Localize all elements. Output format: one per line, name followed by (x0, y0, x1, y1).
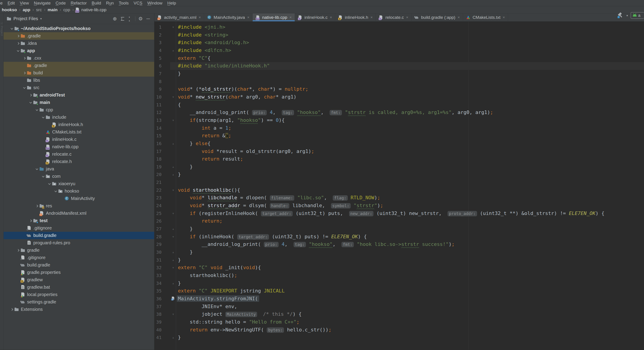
tree-item-cmakelists.txt[interactable]: CMakeLists.txt (4, 128, 154, 136)
code-line-6[interactable]: 6#include "include/inlineHook.h" (154, 62, 644, 70)
code-line-33[interactable]: 33 starthooklibc(); (154, 272, 644, 279)
tree-item-hookso[interactable]: hookso (4, 187, 154, 195)
code-line-41[interactable]: 41▵} (154, 334, 644, 341)
close-icon[interactable]: × (370, 15, 373, 20)
fold-marker-icon[interactable]: ▵ (169, 47, 178, 55)
jni-method-gutter-icon[interactable]: J (169, 295, 178, 303)
code-line-27[interactable]: 27▵ } (154, 225, 644, 233)
tree-item-androidtest[interactable]: androidTest (4, 91, 154, 99)
close-icon[interactable]: × (458, 15, 460, 20)
tree-item-res[interactable]: res (4, 202, 154, 210)
breadcrumb-item-main[interactable]: main (47, 8, 58, 12)
code-line-25[interactable]: 25▿ if (registerInlineHook( target_addr:… (154, 210, 644, 217)
tree-item-.idea[interactable]: .idea (4, 40, 154, 47)
code-line-8[interactable]: 8 (154, 78, 644, 86)
menu-item-run[interactable]: Run (104, 1, 116, 6)
tree-toggle-icon[interactable] (16, 43, 20, 44)
tree-toggle-icon[interactable] (28, 102, 33, 104)
tree-item-settings.gradle[interactable]: settings.gradle (4, 298, 154, 306)
settings-gear-icon[interactable]: ⚙ (137, 16, 144, 22)
run-configuration-box[interactable]: a (630, 12, 644, 19)
tree-item-app[interactable]: app (4, 47, 154, 55)
tree-toggle-icon[interactable] (22, 57, 27, 59)
code-line-13[interactable]: 13▿ if(strcmp(arg1, "hookso") == 0){ (154, 116, 644, 124)
code-line-18[interactable]: 18 return result; (154, 155, 644, 163)
code-line-23[interactable]: 23 void* libchandle = dlopen( filename: … (154, 194, 644, 202)
tree-item-com[interactable]: com (4, 173, 154, 180)
tree-item-main[interactable]: main (4, 99, 154, 106)
tab-activity-main.xml[interactable]: <>activity_main.xml× (154, 14, 204, 21)
fold-marker-icon[interactable]: ▿ (169, 186, 178, 194)
tree-toggle-icon[interactable] (53, 190, 58, 192)
code-line-35[interactable]: 35extern "C" JNIEXPORT jstring JNICALL (154, 287, 644, 295)
code-line-19[interactable]: 19▵ } (154, 163, 644, 171)
breadcrumb-item-app[interactable]: app (22, 8, 31, 12)
tree-item-gradlew.bat[interactable]: gradlew.bat (4, 283, 154, 291)
tab-inlinehook.h[interactable]: HinlineHook.h× (335, 14, 376, 21)
fold-marker-icon[interactable]: ▿ (169, 264, 178, 272)
tree-item-xiaoeryu[interactable]: xiaoeryu (4, 180, 154, 187)
collapse-all-button[interactable] (126, 17, 134, 21)
tab-mainactivity.java[interactable]: CMainActivity.java× (204, 14, 253, 21)
tree-toggle-icon[interactable] (41, 116, 46, 118)
menu-item-tools[interactable]: Tools (116, 1, 131, 6)
fold-marker-icon[interactable]: ▵ (169, 334, 178, 341)
tree-toggle-icon[interactable] (22, 87, 27, 89)
tree-toggle-icon[interactable] (10, 308, 14, 310)
tree-item--androidstudioprojects-hookso[interactable]: ~/AndroidStudioProjects/hookso (4, 25, 154, 32)
code-line-38[interactable]: 38▿ jobject MainActivity /* this */) { (154, 310, 644, 318)
menu-item-window[interactable]: Window (145, 1, 165, 6)
fold-marker-icon[interactable]: ▵ (169, 248, 178, 256)
fold-marker-icon[interactable]: ▵ (169, 171, 178, 178)
fold-marker-icon[interactable]: ▵ (169, 163, 178, 171)
tree-toggle-icon[interactable] (16, 50, 20, 52)
fold-marker-icon[interactable]: ▵ (169, 225, 178, 233)
tree-item-build.gradle[interactable]: build.gradle (4, 261, 154, 269)
code-line-5[interactable]: 5extern "C"{ (154, 55, 644, 62)
code-line-40[interactable]: 40 return env->NewStringUTF( bytes: hell… (154, 326, 644, 334)
menu-item-vcs[interactable]: VCS (131, 1, 145, 6)
menu-item-view[interactable]: View (17, 1, 31, 6)
tree-item-gradle.properties[interactable]: gradle.properties (4, 269, 154, 276)
tab-inlinehook.c[interactable]: CinlineHook.c× (295, 14, 335, 21)
tree-toggle-icon[interactable] (22, 72, 27, 74)
code-line-28[interactable]: 28▿ if (inlineHook( target_addr: (uint32… (154, 233, 644, 241)
code-line-22[interactable]: 22▿void starthooklibc(){ (154, 186, 644, 194)
tree-toggle-icon[interactable] (34, 168, 40, 170)
hide-panel-button[interactable]: ─ (144, 16, 152, 22)
breadcrumb-item-cpp[interactable]: cpp (62, 8, 71, 12)
tree-item-test[interactable]: test (4, 217, 154, 224)
menu-item-build[interactable]: Build (89, 1, 104, 6)
tree-item-cpp[interactable]: cpp (4, 106, 154, 114)
tree-toggle-icon[interactable] (47, 183, 52, 185)
tree-item-.gitignore[interactable]: ⊘.gitignore (4, 224, 154, 232)
tree-toggle-icon[interactable] (34, 205, 40, 207)
tree-item-.gradle[interactable]: .gradle (4, 62, 154, 69)
code-line-7[interactable]: 7} (154, 70, 644, 78)
menu-item-edit[interactable]: Edit (5, 1, 18, 6)
build-dropdown-icon[interactable]: ▾ (626, 14, 628, 17)
build-hammer-icon[interactable] (617, 12, 624, 19)
tree-item-.cxx[interactable]: .cxx (4, 55, 154, 62)
menu-item-file[interactable]: File (0, 1, 5, 6)
code-line-39[interactable]: 39 std::string hello = "Hello from C++"; (154, 318, 644, 326)
tree-item-native-lib.cpp[interactable]: C++native-lib.cpp (4, 143, 154, 150)
code-line-9[interactable]: 9void* (*old_strstr)(char*, char*) = nul… (154, 85, 644, 93)
chevron-down-icon[interactable]: ▾ (40, 17, 42, 20)
close-icon[interactable]: × (406, 15, 408, 20)
code-line-4[interactable]: 4▵#include <dlfcn.h> (154, 47, 644, 55)
breadcrumb-item-src[interactable]: src (35, 8, 42, 12)
fold-marker-icon[interactable]: ▿ (169, 210, 178, 217)
close-icon[interactable]: × (199, 15, 201, 20)
code-line-26[interactable]: 26 return; (154, 217, 644, 225)
code-line-17[interactable]: 17 void *result = old_strstr(arg0, arg1)… (154, 148, 644, 155)
code-line-34[interactable]: 34▵} (154, 279, 644, 287)
fold-marker-icon[interactable]: ▵ (169, 256, 178, 264)
code-line-29[interactable]: 29 __android_log_print( prio: 4, tag: "h… (154, 240, 644, 248)
tree-item-relocate.c[interactable]: Crelocate.c (4, 150, 154, 158)
tree-item-gradle[interactable]: gradle (4, 246, 154, 254)
tree-item-relocate.h[interactable]: Hrelocate.h (4, 158, 154, 165)
code-line-20[interactable]: 20▵} (154, 171, 644, 178)
code-line-16[interactable]: 16▵ } else{ (154, 140, 644, 148)
tab-build.gradle-app-[interactable]: build.gradle (:app)× (412, 14, 463, 21)
